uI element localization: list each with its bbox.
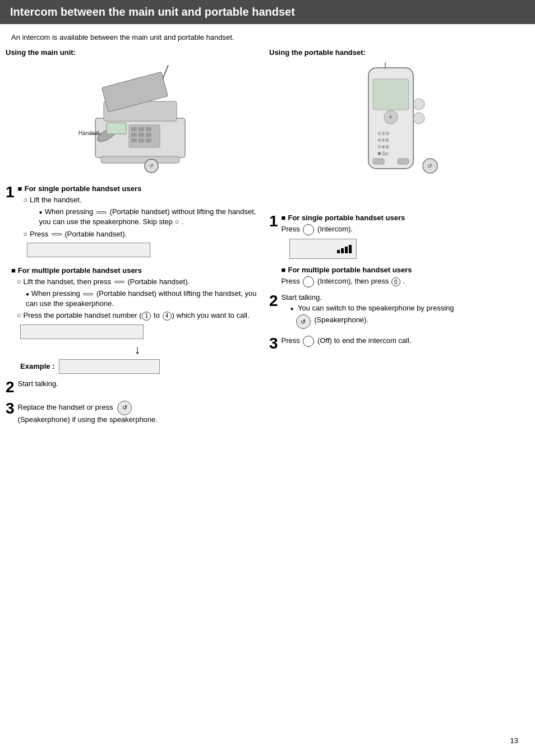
- multi-lcd-display: [20, 324, 144, 339]
- svg-rect-17: [107, 123, 126, 134]
- svg-text:↺: ↺: [149, 163, 154, 169]
- multi-section-right: For multiple portable handset users Pres…: [282, 266, 529, 287]
- multi-lift: Lift the handset, then press (Portable h…: [17, 277, 264, 309]
- intro-text: An intercom is available between the mai…: [0, 33, 535, 48]
- step3-left-text-before: Replace the handset or press: [18, 403, 113, 411]
- svg-text:④⑤⑥: ④⑤⑥: [377, 138, 389, 143]
- right-display-row: [287, 235, 529, 262]
- multi-right-press: Press (Intercom), then press 0 .: [282, 276, 529, 287]
- portable-handset-btn1: [96, 211, 107, 214]
- num1-circle: 1: [142, 312, 151, 321]
- svg-point-26: [413, 99, 425, 110]
- intercom-btn3: [303, 336, 314, 347]
- svg-rect-14: [131, 138, 137, 142]
- step1-press-portable: Press (Portable handset).: [24, 229, 264, 239]
- svg-text:✱⓪#: ✱⓪#: [377, 151, 389, 156]
- step1-single-heading: For single portable handset users: [18, 184, 264, 193]
- step3-right: 3 Press (Off) to end the intercom call.: [269, 336, 529, 351]
- intercom-btn2: [303, 276, 314, 287]
- fax-machine-svg: Handset: [62, 62, 207, 174]
- svg-text:↺: ↺: [427, 163, 432, 169]
- multi-heading-right: For multiple portable handset users: [282, 266, 529, 274]
- left-column: Using the main unit: Handset: [6, 48, 264, 429]
- multi-press-number: Press the portable handset number (1 to …: [17, 310, 264, 321]
- fax-illustration: Handset: [62, 62, 207, 174]
- left-col-heading: Using the main unit:: [6, 48, 264, 57]
- svg-rect-9: [139, 127, 144, 131]
- svg-rect-18: [101, 156, 179, 163]
- step1-lcd-display: [27, 243, 150, 257]
- step3-left: 3 Replace the handset or press ↺ (Speake…: [6, 401, 264, 424]
- step3-left-text-after: (Speakerphone) if using the speakerphone…: [18, 415, 158, 424]
- multi-heading-left: For multiple portable handset users: [11, 266, 264, 275]
- svg-rect-15: [139, 138, 144, 142]
- svg-text:①②③: ①②③: [377, 131, 389, 136]
- right-col-heading: Using the portable handset:: [269, 48, 529, 57]
- svg-rect-23: [373, 79, 409, 110]
- right-column: Using the portable handset: +: [269, 48, 529, 429]
- step1-lift-handset: Lift the handset.: [24, 195, 264, 205]
- step2-left: 2 Start talking.: [6, 379, 264, 395]
- speakerphone-btn-left: ↺: [117, 401, 132, 415]
- step1-bullet-pressing: When pressing (Portable handset) without…: [24, 207, 264, 227]
- step1-right-single-heading: For single portable handset users: [282, 214, 529, 222]
- speakerphone-btn-right: ↺: [296, 314, 311, 329]
- num4-circle: 4: [163, 312, 172, 321]
- svg-rect-8: [131, 127, 137, 131]
- svg-rect-11: [131, 133, 137, 137]
- portable-handset-btn4: [83, 293, 93, 295]
- signal-bars: [335, 243, 354, 256]
- down-arrow: ↓: [11, 342, 264, 357]
- example-row: Example :: [11, 359, 264, 374]
- phone-svg: + ①②③ ④⑤⑥ ⑦⑧⑨ ✱⓪# ↺: [338, 62, 461, 208]
- svg-point-27: [413, 113, 425, 124]
- svg-text:+: +: [389, 113, 393, 121]
- num0-circle: 0: [391, 277, 400, 286]
- right-lcd-display: [289, 239, 357, 259]
- page-title: Intercom between the main unit and porta…: [10, 6, 295, 18]
- step1-single-list: Lift the handset. When pressing (Portabl…: [18, 195, 264, 239]
- multi-section-left: For multiple portable handset users Lift…: [11, 266, 264, 374]
- step2-right: 2 Start talking. You can switch to the s…: [269, 293, 529, 329]
- step2-left-text: Start talking.: [18, 379, 58, 388]
- svg-line-3: [163, 65, 168, 79]
- svg-rect-13: [146, 133, 151, 137]
- example-lcd-display: [59, 359, 160, 374]
- svg-rect-33: [398, 159, 409, 164]
- svg-rect-16: [146, 138, 151, 142]
- page-number: 13: [510, 736, 518, 745]
- page: Intercom between the main unit and porta…: [0, 0, 535, 756]
- phone-illustration: + ①②③ ④⑤⑥ ⑦⑧⑨ ✱⓪# ↺: [338, 62, 461, 208]
- intercom-btn1: [303, 224, 314, 235]
- svg-rect-10: [146, 127, 151, 131]
- step2-right-bullet: You can switch to the speakerphone by pr…: [290, 304, 529, 329]
- step2-right-text: Start talking.: [282, 293, 529, 302]
- step1-right-press-intercom: Press (Intercom).: [282, 224, 529, 235]
- multi-list-left: Lift the handset, then press (Portable h…: [11, 277, 264, 321]
- main-columns: Using the main unit: Handset: [0, 48, 535, 429]
- page-header: Intercom between the main unit and porta…: [0, 0, 535, 24]
- svg-rect-32: [373, 159, 384, 164]
- step1-right: 1 For single portable handset users Pres…: [269, 214, 529, 287]
- svg-text:Handset: Handset: [79, 130, 99, 136]
- portable-handset-btn3: [114, 281, 124, 283]
- example-label: Example :: [20, 362, 54, 370]
- portable-handset-btn2: [52, 233, 62, 235]
- svg-text:⑦⑧⑨: ⑦⑧⑨: [377, 145, 389, 150]
- svg-rect-12: [139, 133, 144, 137]
- step1-left: 1 For single portable handset users Lift…: [6, 184, 264, 261]
